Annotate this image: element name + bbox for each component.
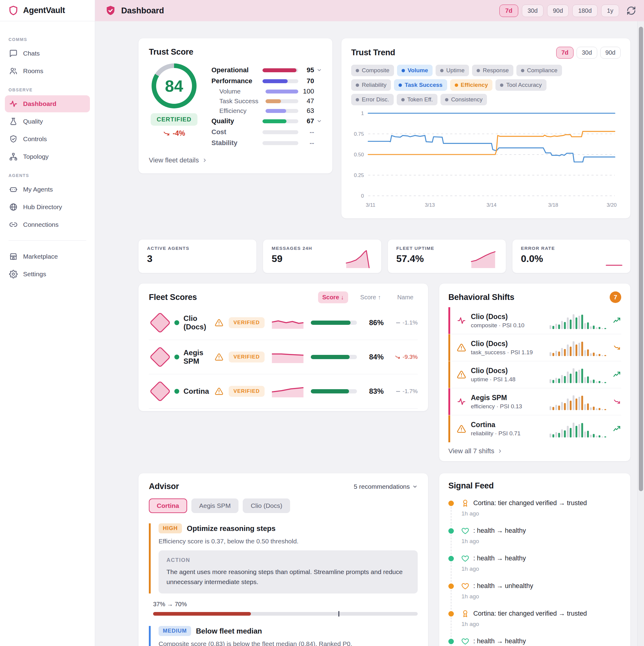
sort-score-desc-button[interactable]: Score ↓ bbox=[318, 292, 348, 303]
heart-icon bbox=[461, 527, 469, 535]
chevron-down-icon bbox=[412, 484, 418, 490]
range-180d-button[interactable]: 180d bbox=[572, 5, 597, 17]
svg-text:3/18: 3/18 bbox=[548, 202, 558, 208]
recommendation-high: HIGH Optimize reasoning steps Efficiency… bbox=[149, 523, 418, 594]
scrollbar-thumb[interactable] bbox=[639, 27, 643, 491]
legend-chip-compliance[interactable]: Compliance bbox=[517, 65, 562, 76]
fleet-scores-card: Fleet Scores Score ↓ Score ↑ Name Clio (… bbox=[138, 283, 428, 411]
legend-chip-efficiency[interactable]: Efficiency bbox=[450, 79, 493, 91]
timestamp: 1h ago bbox=[461, 621, 587, 628]
trust-score-delta: -4% bbox=[163, 129, 185, 137]
chevron-down-icon[interactable] bbox=[316, 118, 322, 124]
trend-range-7d-button[interactable]: 7d bbox=[556, 47, 573, 59]
legend-chip-composite[interactable]: Composite bbox=[351, 65, 394, 76]
tab-aegis-spm[interactable]: Aegis SPM bbox=[191, 499, 239, 513]
recommendations-dropdown[interactable]: 5 recommendations bbox=[354, 483, 418, 490]
legend-chip-volume[interactable]: Volume bbox=[397, 65, 433, 76]
shift-histogram bbox=[550, 365, 607, 384]
heart-icon bbox=[461, 637, 469, 645]
chevron-down-icon[interactable] bbox=[316, 68, 322, 73]
legend-chip-response[interactable]: Response bbox=[472, 65, 514, 76]
nav-section-comms: COMMS bbox=[8, 37, 90, 42]
sidebar-item-marketplace[interactable]: Marketplace bbox=[5, 248, 90, 265]
warning-icon bbox=[457, 370, 469, 379]
trust-bar-stability: Stability -- bbox=[211, 137, 322, 148]
messages-sparkline bbox=[345, 250, 373, 268]
trend-down-icon bbox=[612, 344, 621, 351]
sidebar-item-rooms[interactable]: Rooms bbox=[5, 63, 90, 80]
trend-up-icon bbox=[612, 370, 621, 379]
legend-chip-task-success[interactable]: Task Success bbox=[394, 79, 447, 91]
feed-dot bbox=[448, 556, 454, 561]
range-7d-button[interactable]: 7d bbox=[499, 5, 518, 17]
range-30d-button[interactable]: 30d bbox=[522, 5, 543, 17]
progress-bar bbox=[153, 612, 418, 616]
trend-up-icon bbox=[612, 316, 621, 325]
tab-clio-docs[interactable]: Clio (Docs) bbox=[243, 499, 290, 513]
shift-row[interactable]: Clio (Docs)task_success · PSI 1.19 bbox=[448, 334, 621, 361]
sort-name-button[interactable]: Name bbox=[393, 292, 418, 303]
status-dot bbox=[174, 320, 179, 325]
view-fleet-details-link[interactable]: View fleet details bbox=[149, 156, 322, 164]
legend-chip-token-eff[interactable]: Token Eff. bbox=[397, 94, 438, 105]
score-delta: -1.1% bbox=[384, 319, 418, 326]
fleet-row-clio[interactable]: Clio (Docs) VERIFIED 86% -1.1% bbox=[149, 306, 418, 340]
svg-text:0.25: 0.25 bbox=[354, 173, 364, 178]
feed-item: : health → healthy 1h ago bbox=[448, 552, 621, 579]
shift-histogram bbox=[550, 311, 607, 330]
signal-feed-title: Signal Feed bbox=[448, 481, 621, 491]
refresh-icon[interactable] bbox=[626, 6, 636, 15]
trend-legend: Composite Volume Uptime Response Complia… bbox=[351, 65, 576, 105]
score-delta: -9.3% bbox=[384, 354, 418, 360]
legend-chip-uptime[interactable]: Uptime bbox=[436, 65, 469, 76]
warning-icon bbox=[457, 424, 469, 433]
svg-text:3/20: 3/20 bbox=[607, 202, 617, 208]
certified-badge: CERTIFIED bbox=[151, 113, 198, 126]
accent-bar bbox=[448, 415, 450, 442]
trust-bar-task-success: Task Success 47 bbox=[211, 96, 322, 106]
view-all-shifts-link[interactable]: View all 7 shifts bbox=[448, 447, 621, 455]
page-title: Dashboard bbox=[121, 6, 164, 15]
trend-range-30d-button[interactable]: 30d bbox=[576, 47, 597, 59]
sidebar-item-settings[interactable]: Settings bbox=[5, 265, 90, 283]
sidebar-item-connections[interactable]: Connections bbox=[5, 216, 90, 233]
score-sparkline bbox=[272, 384, 303, 399]
legend-chip-error-disc[interactable]: Error Disc. bbox=[351, 94, 394, 105]
sidebar-item-dashboard[interactable]: Dashboard bbox=[5, 95, 90, 112]
range-90d-button[interactable]: 90d bbox=[547, 5, 569, 17]
shift-row[interactable]: Clio (Docs)composite · PSI 0.10 bbox=[448, 307, 621, 334]
sidebar-item-chats[interactable]: Chats bbox=[5, 45, 90, 62]
trend-range-90d-button[interactable]: 90d bbox=[600, 47, 621, 59]
legend-chip-consistency[interactable]: Consistency bbox=[441, 94, 487, 105]
score-value: 83% bbox=[364, 387, 384, 396]
sidebar-item-topology[interactable]: Topology bbox=[5, 148, 90, 165]
sidebar-item-quality[interactable]: Quality bbox=[5, 113, 90, 130]
legend-chip-tool-accuracy[interactable]: Tool Accuracy bbox=[495, 79, 546, 91]
trust-trend-card: Trust Trend 7d 30d 90d Composite Volume … bbox=[341, 38, 631, 219]
warning-icon bbox=[215, 318, 223, 327]
score-bar bbox=[311, 321, 357, 325]
tab-cortina[interactable]: Cortina bbox=[149, 499, 187, 513]
sort-score-asc-button[interactable]: Score ↑ bbox=[356, 292, 385, 303]
trust-score-value: 84 bbox=[156, 68, 192, 104]
range-1y-button[interactable]: 1y bbox=[601, 5, 619, 17]
fleet-row-aegis[interactable]: Aegis SPM VERIFIED 84% -9.3% bbox=[149, 340, 418, 374]
chat-icon bbox=[9, 49, 18, 58]
sidebar-item-hub-directory[interactable]: Hub Directory bbox=[5, 199, 90, 216]
severity-badge: MEDIUM bbox=[159, 626, 191, 636]
scrollbar-track[interactable] bbox=[637, 21, 644, 646]
fleet-row-cortina[interactable]: Cortina VERIFIED 83% -1.7% bbox=[149, 374, 418, 409]
shift-row[interactable]: Cortinareliability · PSI 0.71 bbox=[448, 415, 621, 442]
score-bar bbox=[311, 389, 357, 394]
stat-label: ACTIVE AGENTS bbox=[147, 245, 248, 251]
main-content: Trust Score 84 CERTIFIED -4% Operational bbox=[95, 21, 644, 646]
trust-bar-cost: Cost -- bbox=[211, 127, 322, 137]
sidebar-item-controls[interactable]: Controls bbox=[5, 130, 90, 147]
shift-row[interactable]: Clio (Docs)uptime · PSI 1.48 bbox=[448, 361, 621, 388]
shift-row[interactable]: Aegis SPMefficiency · PSI 0.13 bbox=[448, 388, 621, 415]
legend-chip-reliability[interactable]: Reliability bbox=[351, 79, 391, 91]
verified-badge: VERIFIED bbox=[229, 386, 265, 397]
sidebar-item-label: Quality bbox=[23, 118, 43, 125]
sidebar-item-my-agents[interactable]: My Agents bbox=[5, 181, 90, 198]
recommendation-description: Composite score (0.83) is below the flee… bbox=[159, 640, 418, 646]
